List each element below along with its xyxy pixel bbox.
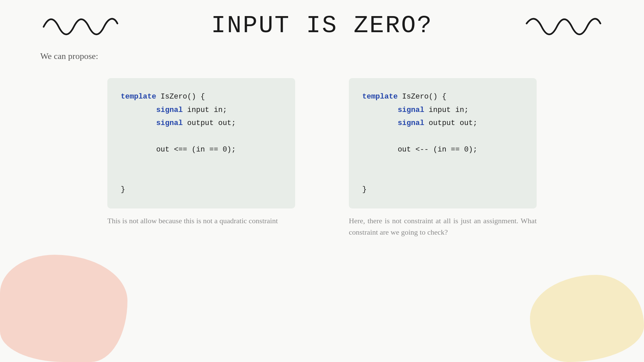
header: INPUT IS ZERO? <box>0 0 644 48</box>
right-column: template IsZero() { signal input in; sig… <box>349 78 537 238</box>
decorative-blob-left <box>0 255 127 362</box>
wave-right-decoration <box>523 10 604 41</box>
right-caption: Here, there is not constraint at all is … <box>349 215 537 238</box>
left-code-block: template IsZero() { signal input in; sig… <box>107 78 295 208</box>
right-code-block: template IsZero() { signal input in; sig… <box>349 78 537 208</box>
left-code-input: input in; <box>183 106 227 114</box>
left-code-constraint: out <== (in == 0); <box>156 145 236 154</box>
left-indent2 <box>121 119 156 127</box>
left-column: template IsZero() { signal input in; sig… <box>107 78 295 238</box>
left-keyword-template: template <box>121 93 156 101</box>
right-keyword-signal1: signal <box>398 106 424 114</box>
left-indent3 <box>121 145 156 154</box>
right-keyword-signal2: signal <box>398 119 424 127</box>
left-code-brace: } <box>121 185 125 194</box>
right-code-output: output out; <box>424 119 477 127</box>
wave-left-decoration <box>40 10 121 41</box>
intro-text: We can propose: <box>0 48 644 71</box>
right-code-assignment: out <-- (in == 0); <box>398 145 478 154</box>
slide-title: INPUT IS ZERO? <box>211 12 433 40</box>
columns-container: template IsZero() { signal input in; sig… <box>0 71 644 238</box>
right-code-brace: } <box>362 185 367 194</box>
wave-right-icon <box>523 10 604 37</box>
right-code-input: input in; <box>424 106 469 114</box>
left-caption: This is not allow because this is not a … <box>107 215 295 227</box>
right-keyword-template: template <box>362 93 398 101</box>
left-keyword-signal2: signal <box>156 119 183 127</box>
wave-left-icon <box>40 10 121 37</box>
right-code-iszero: IsZero() { <box>398 93 446 101</box>
right-indent2 <box>362 119 398 127</box>
right-indent3 <box>362 145 398 154</box>
left-indent1 <box>121 106 156 114</box>
left-keyword-signal1: signal <box>156 106 183 114</box>
decorative-blob-right <box>530 275 644 362</box>
right-indent1 <box>362 106 398 114</box>
left-code-output: output out; <box>183 119 236 127</box>
left-code-iszero: IsZero() { <box>156 93 205 101</box>
